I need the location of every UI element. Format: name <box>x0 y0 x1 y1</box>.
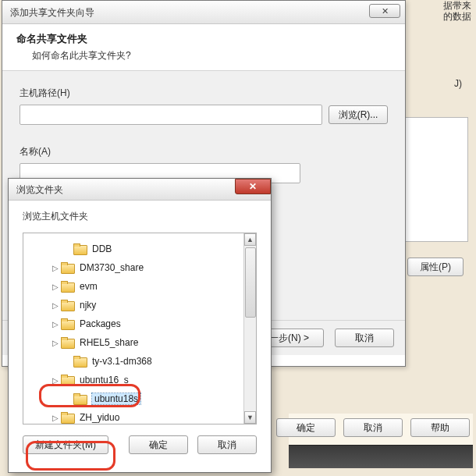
browse-ok-button[interactable]: 确定 <box>129 435 188 454</box>
tree-item-label: ubuntu18s <box>92 393 140 404</box>
tree-item[interactable]: ▷ubuntu16_s <box>23 371 256 389</box>
folder-icon <box>61 375 75 385</box>
tree-item-label: DDB <box>92 243 112 254</box>
tree-item-label: RHEL5_share <box>80 337 138 348</box>
folder-tree[interactable]: DDB▷DM3730_share▷evm▷njky▷Packages▷RHEL5… <box>23 233 256 424</box>
scroll-thumb[interactable] <box>245 247 256 318</box>
folder-tree-container: DDB▷DM3730_share▷evm▷njky▷Packages▷RHEL5… <box>23 233 257 424</box>
expander-icon[interactable]: ▷ <box>50 414 61 422</box>
expander-icon[interactable]: ▷ <box>50 339 61 347</box>
background-text: 据带来 的数据 <box>443 0 471 22</box>
tree-item-label: ZH_yiduo <box>80 412 119 423</box>
wizard-heading: 命名共享文件夹 <box>16 32 391 46</box>
host-path-label: 主机路径(H) <box>20 87 388 100</box>
browse-title: 浏览文件夹 <box>9 179 271 201</box>
expander-icon[interactable]: ▷ <box>50 320 61 329</box>
expander-icon[interactable]: ▷ <box>50 376 61 385</box>
tree-item[interactable]: ▷RHEL5_share <box>23 333 256 352</box>
bg-text-line: 据带来 <box>443 0 471 11</box>
folder-icon <box>61 300 75 311</box>
bottom-help-button[interactable]: 帮助 <box>410 418 470 437</box>
tree-item-label: njky <box>80 300 96 311</box>
folder-icon <box>73 356 87 367</box>
properties-button[interactable]: 属性(P) <box>407 258 464 276</box>
folder-icon <box>61 318 75 329</box>
browse-subtitle: 浏览主机文件夹 <box>9 201 271 233</box>
scroll-down-button[interactable]: ▼ <box>244 411 256 424</box>
wizard-header: 命名共享文件夹 如何命名此共享文件夹? <box>2 24 405 71</box>
expander-icon[interactable]: ▷ <box>50 282 61 291</box>
bg-text-line: 的数据 <box>443 11 471 22</box>
host-path-input[interactable] <box>20 105 322 125</box>
tree-item[interactable]: DDB <box>23 240 256 258</box>
name-label: 名称(A) <box>20 145 388 158</box>
bottom-bar-dark <box>289 445 473 468</box>
tree-item-label: ubuntu16_s <box>80 375 129 385</box>
wizard-cancel-button[interactable]: 取消 <box>335 329 394 347</box>
folder-icon <box>61 337 75 348</box>
browse-titlebar: 浏览文件夹 ✕ <box>9 179 271 201</box>
tree-item-label: ty-v3.1-dm368 <box>92 356 152 367</box>
bg-text-line: J) <box>454 78 462 89</box>
folder-icon <box>73 393 87 404</box>
browse-cancel-button[interactable]: 取消 <box>197 435 257 454</box>
new-folder-button[interactable]: 新建文件夹(M) <box>23 435 108 454</box>
tree-item[interactable]: ty-v3.1-dm368 <box>23 352 256 371</box>
tree-item[interactable]: ▷DM3730_share <box>23 258 256 277</box>
expander-icon[interactable]: ▷ <box>50 301 61 310</box>
expander-icon[interactable]: ▷ <box>50 264 61 272</box>
folder-icon <box>61 262 75 273</box>
right-panel <box>398 117 468 242</box>
tree-item-label: DM3730_share <box>80 262 144 273</box>
tree-item[interactable]: ▷evm <box>23 277 256 296</box>
folder-icon <box>61 412 75 423</box>
browse-button[interactable]: 浏览(R)... <box>329 105 388 124</box>
tree-item[interactable]: ubuntu18s <box>23 389 256 408</box>
browse-footer: 新建文件夹(M) 确定 取消 <box>9 424 271 465</box>
wizard-title: 添加共享文件夹向导 <box>2 1 405 25</box>
wizard-close-button[interactable]: ✕ <box>369 4 400 18</box>
tree-item[interactable]: ▷Packages <box>23 314 256 333</box>
bottom-ok-button[interactable]: 确定 <box>276 418 336 437</box>
browse-folder-dialog: 浏览文件夹 ✕ 浏览主机文件夹 DDB▷DM3730_share▷evm▷njk… <box>8 178 272 473</box>
host-path-row: 浏览(R)... <box>20 105 388 125</box>
tree-item[interactable]: ▷njky <box>23 296 256 314</box>
scroll-up-button[interactable]: ▲ <box>244 233 256 246</box>
folder-icon <box>61 281 75 292</box>
tree-scrollbar[interactable]: ▲ ▼ <box>243 233 256 424</box>
folder-icon <box>73 243 87 254</box>
wizard-titlebar: 添加共享文件夹向导 ✕ <box>2 1 405 24</box>
tree-item-label: Packages <box>80 318 121 329</box>
tree-item[interactable]: ▷ZH_yiduo <box>23 408 256 424</box>
bottom-cancel-button[interactable]: 取消 <box>343 418 403 437</box>
wizard-subheading: 如何命名此共享文件夹? <box>32 49 391 62</box>
bottom-button-row: 确定 取消 帮助 <box>276 418 470 437</box>
tree-item-label: evm <box>80 281 98 292</box>
browse-close-button[interactable]: ✕ <box>235 179 271 194</box>
